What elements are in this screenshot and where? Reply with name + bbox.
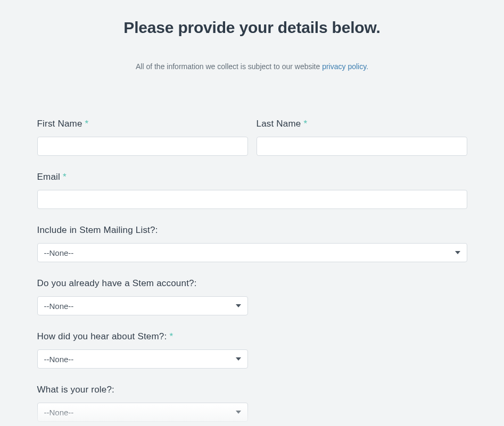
has-account-select[interactable]: --None--: [37, 296, 248, 315]
subtext: All of the information we collect is sub…: [37, 62, 467, 71]
mailing-list-label: Include in Stem Mailing List?:: [37, 225, 467, 236]
required-marker: *: [85, 119, 89, 129]
chevron-down-icon: [455, 251, 460, 254]
last-name-field[interactable]: [257, 137, 467, 156]
heard-about-select[interactable]: --None--: [37, 349, 248, 369]
email-field[interactable]: [37, 190, 467, 209]
chevron-down-icon: [236, 357, 241, 361]
mailing-list-select[interactable]: --None--: [37, 243, 467, 262]
heard-about-label: How did you hear about Stem?: *: [37, 331, 248, 342]
required-marker: *: [303, 119, 307, 129]
role-selected: --None--: [44, 408, 241, 417]
chevron-down-icon: [236, 304, 241, 307]
mailing-list-selected: --None--: [44, 248, 460, 257]
first-name-label: First Name *: [37, 119, 248, 129]
has-account-selected: --None--: [44, 302, 241, 311]
first-name-field[interactable]: [37, 137, 248, 156]
role-select[interactable]: --None--: [37, 403, 248, 422]
chevron-down-icon: [236, 411, 241, 414]
email-label: Email *: [37, 172, 467, 182]
privacy-policy-link[interactable]: privacy policy.: [322, 62, 368, 71]
last-name-label: Last Name *: [257, 119, 467, 129]
has-account-label: Do you already have a Stem account?:: [37, 278, 248, 289]
role-label: What is your role?:: [37, 385, 248, 395]
page-title: Please provide your details below.: [37, 19, 467, 37]
required-marker: *: [169, 331, 173, 341]
required-marker: *: [63, 172, 67, 182]
heard-about-selected: --None--: [44, 355, 241, 364]
subtext-prefix: All of the information we collect is sub…: [136, 62, 322, 71]
